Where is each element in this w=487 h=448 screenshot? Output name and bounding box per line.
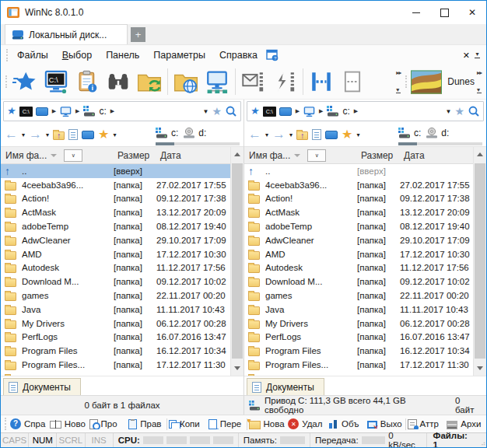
- file-row[interactable]: Program Files[папка]16.12.2017 10:34: [244, 344, 473, 358]
- scrollbar[interactable]: [230, 147, 243, 376]
- file-row[interactable]: My Drivers[папка]06.12.2017 00:28: [1, 317, 230, 331]
- file-row[interactable]: PerfLogs[папка]16.07.2016 13:47: [244, 331, 473, 345]
- folder-web-button[interactable]: [170, 66, 201, 97]
- forward-history-icon[interactable]: ▾: [289, 131, 293, 138]
- menubar-overflow-icon[interactable]: [475, 52, 480, 58]
- scroll-up-icon[interactable]: [231, 147, 243, 162]
- crumb-dropdown-icon[interactable]: ▼: [446, 108, 452, 115]
- folder-up-icon[interactable]: ↑: [53, 131, 65, 140]
- file-row[interactable]: AMD[папка]17.12.2017 10:30: [1, 247, 230, 261]
- add-favorite-icon[interactable]: ★: [454, 107, 464, 117]
- toolbar-overflow-icon[interactable]: ▸▸▾: [395, 68, 401, 95]
- menu-files[interactable]: Файлы: [10, 47, 55, 63]
- favorites-star-button[interactable]: [9, 66, 40, 97]
- file-row[interactable]: My Drivers[папка]06.12.2017 00:28: [244, 317, 473, 331]
- file-row[interactable]: 4ceebab3a96...[папка]27.02.2017 17:55: [244, 178, 473, 192]
- drive-d-button[interactable]: d:: [426, 128, 449, 138]
- file-row[interactable]: Download M...[папка]09.12.2017 10:02: [1, 275, 230, 289]
- file-row[interactable]: Action![папка]09.12.2017 17:38: [1, 192, 230, 206]
- crumb-arrow-icon[interactable]: ▶: [318, 108, 324, 114]
- zip-quick-button[interactable]: [269, 66, 300, 97]
- help-window-icon[interactable]: ?: [266, 48, 279, 61]
- theme-selector[interactable]: Dunes: [411, 70, 475, 94]
- file-row[interactable]: ActMask[папка]13.12.2017 20:09: [244, 205, 473, 219]
- delete-button[interactable]: Удал: [286, 418, 326, 429]
- forward-icon[interactable]: →: [272, 128, 286, 141]
- drive-c-button[interactable]: c:: [398, 128, 421, 138]
- back-icon[interactable]: ←: [5, 128, 18, 141]
- tab-local-disk[interactable]: Локальный диск...: [5, 24, 128, 44]
- favorite-star-icon[interactable]: ★: [6, 107, 16, 116]
- desktop-crumb-icon[interactable]: [279, 107, 292, 116]
- toolbar-overflow-icon[interactable]: ▸▸▾: [476, 68, 482, 95]
- archive-button[interactable]: Архи: [445, 419, 485, 429]
- column-name[interactable]: Имя фа...: [249, 150, 290, 161]
- file-row[interactable]: ↑..[вверх]: [1, 164, 230, 178]
- crumb-arrow-icon[interactable]: ▶: [295, 108, 300, 114]
- file-row[interactable]: AMD[папка]17.12.2017 10:30: [244, 247, 473, 261]
- drive-c-button[interactable]: c:: [156, 128, 178, 138]
- help-button[interactable]: Спра: [9, 418, 48, 429]
- crumb-arrow-icon[interactable]: ▶: [75, 108, 80, 114]
- back-icon[interactable]: ←: [248, 128, 261, 141]
- file-row[interactable]: AdwCleaner[папка]29.10.2017 17:09: [244, 233, 473, 247]
- crumb-dropdown-icon[interactable]: ▼: [203, 108, 209, 115]
- favorites-dropdown-icon[interactable]: ▾: [356, 131, 359, 138]
- clipboard-info-button[interactable]: i: [72, 66, 103, 97]
- view-button[interactable]: Про: [88, 419, 128, 429]
- scrollbar[interactable]: [473, 147, 486, 376]
- document-view-icon[interactable]: [312, 129, 321, 140]
- file-row[interactable]: Java[папка]11.11.2017 10:43: [1, 303, 230, 317]
- column-combo[interactable]: [64, 149, 82, 162]
- search-binoculars-button[interactable]: [103, 66, 134, 97]
- file-row[interactable]: Program Files[папка]16.12.2017 10:34: [1, 344, 230, 358]
- new-folder-button[interactable]: Нова: [247, 419, 287, 429]
- file-row[interactable]: Program Files...[папка]17.12.2017 11:30: [1, 358, 230, 372]
- search-icon[interactable]: [225, 105, 237, 117]
- menubar-close-icon[interactable]: [463, 50, 470, 61]
- file-row[interactable]: Download M...[папка]09.12.2017 10:02: [244, 275, 473, 289]
- dos-crumb-icon[interactable]: C:\: [19, 107, 33, 117]
- crumb-drive-label[interactable]: c:: [342, 106, 349, 117]
- forward-icon[interactable]: →: [29, 128, 42, 141]
- file-row[interactable]: ActMask[папка]13.12.2017 20:09: [1, 205, 230, 219]
- column-date[interactable]: Дата: [404, 150, 425, 161]
- volume-button[interactable]: Объ: [326, 418, 366, 429]
- copy-button[interactable]: Копи: [167, 419, 207, 429]
- minimize-button[interactable]: [402, 1, 430, 24]
- maximize-button[interactable]: [430, 1, 458, 24]
- scroll-down-icon[interactable]: [231, 361, 243, 376]
- column-size[interactable]: Размер: [361, 150, 393, 161]
- favorites-dropdown-icon[interactable]: ▾: [113, 131, 116, 138]
- desktop-view-icon[interactable]: [325, 131, 338, 139]
- favorites-icon[interactable]: ★: [98, 129, 109, 140]
- column-combo[interactable]: [307, 149, 326, 162]
- network-pc-button[interactable]: [201, 66, 233, 97]
- crumb-arrow-icon[interactable]: ▶: [353, 108, 359, 114]
- crumb-arrow-icon[interactable]: ▶: [51, 108, 57, 114]
- documents-tab-button[interactable]: Документы: [3, 378, 81, 395]
- dos-prompt-button[interactable]: C:\: [40, 66, 72, 97]
- zip-mail-button[interactable]: [238, 66, 269, 97]
- split-files-button[interactable]: [306, 66, 337, 97]
- file-row[interactable]: Autodesk[папка]11.12.2017 17:56: [244, 261, 473, 275]
- file-row[interactable]: adobeTemp[папка]08.12.2017 19:40: [244, 219, 473, 233]
- file-row[interactable]: ↑..[вверх]: [244, 164, 473, 178]
- dos-crumb-icon[interactable]: C:\: [263, 107, 276, 117]
- computer-crumb-icon[interactable]: [60, 106, 72, 117]
- folder-sync-button[interactable]: [134, 66, 165, 97]
- scroll-down-icon[interactable]: [474, 361, 486, 376]
- file-row[interactable]: AdwCleaner[папка]29.10.2017 17:09: [1, 233, 230, 247]
- column-name[interactable]: Имя фа...: [5, 150, 47, 161]
- menu-panel[interactable]: Панель: [99, 47, 146, 63]
- search-icon[interactable]: [468, 105, 480, 117]
- favorite-star-icon[interactable]: ★: [250, 107, 260, 116]
- attributes-button[interactable]: Аттр: [406, 419, 446, 429]
- crumb-drive-label[interactable]: c:: [99, 106, 106, 117]
- back-history-icon[interactable]: ▾: [22, 131, 25, 138]
- close-button[interactable]: [458, 1, 486, 24]
- file-row[interactable]: Autodesk[папка]11.12.2017 17:56: [1, 261, 230, 275]
- documents-tab-button[interactable]: Документы: [247, 378, 324, 395]
- file-row[interactable]: games[папка]22.11.2017 00:20: [244, 289, 473, 303]
- rename-button[interactable]: Ново: [48, 419, 88, 429]
